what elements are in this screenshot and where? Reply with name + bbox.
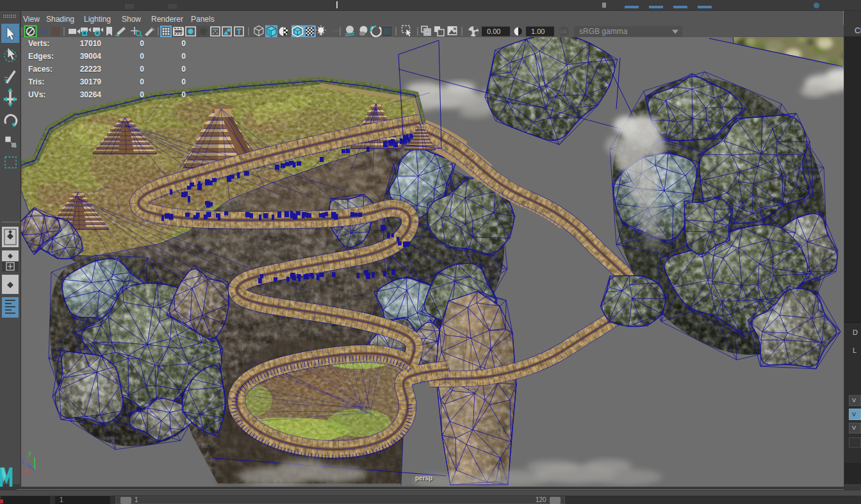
svg-text:z: z: [21, 458, 24, 465]
svg-text:x: x: [23, 467, 26, 475]
svg-text:y: y: [28, 450, 31, 457]
